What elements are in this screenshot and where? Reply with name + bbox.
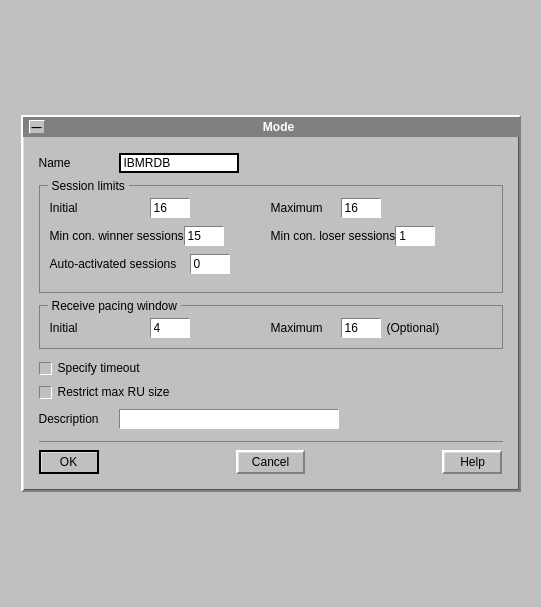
- pacing-max-input[interactable]: [341, 318, 381, 338]
- session-limits-content: Initial Maximum Min con. winner sessions: [50, 198, 492, 274]
- min-winner-col: Min con. winner sessions: [50, 226, 271, 246]
- min-winner-input[interactable]: [184, 226, 224, 246]
- pacing-max-col: Maximum (Optional): [271, 318, 492, 338]
- auto-label: Auto-activated sessions: [50, 257, 190, 271]
- name-row: Name: [39, 153, 503, 173]
- window-body: Name Session limits Initial Maximum: [23, 137, 519, 490]
- pacing-initial-input[interactable]: [150, 318, 190, 338]
- session-limits-title: Session limits: [48, 179, 129, 193]
- description-row: Description: [39, 409, 503, 429]
- restrict-rv-row: Restrict max RU size: [39, 385, 503, 399]
- initial-input[interactable]: [150, 198, 190, 218]
- auto-input[interactable]: [190, 254, 230, 274]
- maximum-input[interactable]: [341, 198, 381, 218]
- name-input[interactable]: [119, 153, 239, 173]
- min-loser-col: Min con. loser sessions: [271, 226, 492, 246]
- restrict-rv-checkbox[interactable]: [39, 386, 52, 399]
- maximum-label: Maximum: [271, 201, 341, 215]
- help-button[interactable]: Help: [442, 450, 502, 474]
- initial-label: Initial: [50, 201, 150, 215]
- receive-pacing-group: Receive pacing window Initial Maximum (O…: [39, 305, 503, 349]
- optional-label: (Optional): [387, 321, 440, 335]
- description-label: Description: [39, 412, 119, 426]
- min-loser-input[interactable]: [395, 226, 435, 246]
- specify-timeout-checkbox[interactable]: [39, 362, 52, 375]
- initial-col: Initial: [50, 198, 271, 218]
- specify-timeout-row: Specify timeout: [39, 361, 503, 375]
- pacing-max-label: Maximum: [271, 321, 341, 335]
- description-input[interactable]: [119, 409, 339, 429]
- min-winner-loser-row: Min con. winner sessions Min con. loser …: [50, 226, 492, 246]
- restrict-rv-label: Restrict max RU size: [58, 385, 170, 399]
- specify-timeout-label: Specify timeout: [58, 361, 140, 375]
- name-label: Name: [39, 156, 119, 170]
- pacing-row: Initial Maximum (Optional): [50, 318, 492, 338]
- receive-pacing-title: Receive pacing window: [48, 299, 181, 313]
- session-limits-group: Session limits Initial Maximum: [39, 185, 503, 293]
- initial-max-row: Initial Maximum: [50, 198, 492, 218]
- button-row: OK Cancel Help: [39, 441, 503, 474]
- mode-dialog: — Mode Name Session limits Initial Maxim…: [21, 115, 521, 492]
- auto-row: Auto-activated sessions: [50, 254, 492, 274]
- window-title: Mode: [45, 120, 513, 134]
- maximum-col: Maximum: [271, 198, 492, 218]
- min-loser-label: Min con. loser sessions: [271, 229, 396, 243]
- min-winner-label: Min con. winner sessions: [50, 229, 184, 243]
- receive-pacing-content: Initial Maximum (Optional): [50, 318, 492, 338]
- ok-button[interactable]: OK: [39, 450, 99, 474]
- pacing-initial-col: Initial: [50, 318, 271, 338]
- cancel-button[interactable]: Cancel: [236, 450, 305, 474]
- minimize-button[interactable]: —: [29, 120, 45, 134]
- title-bar: — Mode: [23, 117, 519, 137]
- pacing-initial-label: Initial: [50, 321, 150, 335]
